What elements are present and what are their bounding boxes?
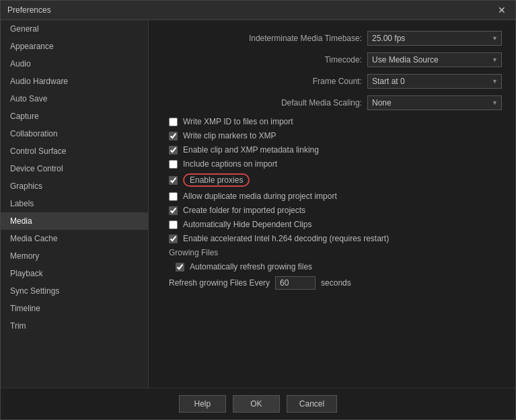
sidebar-item-sync-settings[interactable]: Sync Settings <box>1 282 148 300</box>
title-bar: Preferences ✕ <box>1 1 515 20</box>
cancel-button[interactable]: Cancel <box>287 395 337 413</box>
auto-refresh-checkbox[interactable] <box>176 263 184 271</box>
label-default-media-scaling: Default Media Scaling: <box>281 98 362 108</box>
sidebar-item-playback[interactable]: Playback <box>1 265 148 282</box>
select-default-media-scaling[interactable]: NoneSet to Frame SizeSet to Frame Size <box>367 95 502 110</box>
footer: Help OK Cancel <box>1 388 515 419</box>
checkbox-enable-proxies[interactable] <box>169 176 178 185</box>
checkbox-row-enable-proxies: Enable proxies <box>162 173 502 187</box>
select-timecode[interactable]: Use Media Source00:00:00:0001:00:00:00 <box>367 52 502 67</box>
checkbox-enable-accelerated-intel[interactable] <box>169 235 178 243</box>
sidebar-item-trim[interactable]: Trim <box>1 317 148 335</box>
label-frame-count: Frame Count: <box>313 77 362 86</box>
refresh-interval-input[interactable] <box>275 276 316 290</box>
sidebar-item-media-cache[interactable]: Media Cache <box>1 230 148 247</box>
sidebar-item-memory[interactable]: Memory <box>1 247 148 265</box>
content-area: GeneralAppearanceAudioAudio HardwareAuto… <box>1 20 515 388</box>
checkbox-auto-hide-dependent[interactable] <box>169 220 178 229</box>
checkbox-create-folder[interactable] <box>169 206 178 215</box>
checkbox-row-create-folder: Create folder for imported projects <box>162 206 502 215</box>
sidebar-item-audio[interactable]: Audio <box>1 55 148 73</box>
preferences-dialog: Preferences ✕ GeneralAppearanceAudioAudi… <box>0 0 516 420</box>
label-indeterminate-media-timebase: Indeterminate Media Timebase: <box>249 34 362 43</box>
sidebar-item-general[interactable]: General <box>1 20 148 38</box>
sidebar-item-labels[interactable]: Labels <box>1 195 148 212</box>
form-row-frame-count: Frame Count:Start at 0Start at 1 <box>162 74 502 89</box>
sidebar-item-control-surface[interactable]: Control Surface <box>1 142 148 160</box>
refresh-interval-row: Refresh growing Files Everyseconds <box>169 276 502 290</box>
refresh-interval-suffix: seconds <box>321 278 351 288</box>
select-frame-count[interactable]: Start at 0Start at 1 <box>367 74 502 89</box>
checkbox-row-auto-hide-dependent: Automatically Hide Dependent Clips <box>162 220 502 229</box>
checkbox-row-write-xmp-id: Write XMP ID to files on import <box>162 117 502 126</box>
form-row-indeterminate-media-timebase: Indeterminate Media Timebase:23.976 fps2… <box>162 31 502 46</box>
sidebar-item-device-control[interactable]: Device Control <box>1 160 148 177</box>
checkbox-label-enable-clip-xmp: Enable clip and XMP metadata linking <box>183 145 319 155</box>
checkbox-write-clip-markers[interactable] <box>169 132 178 140</box>
checkbox-row-allow-duplicate-media: Allow duplicate media during project imp… <box>162 192 502 201</box>
auto-refresh-row: Automatically refresh growing files <box>169 262 502 271</box>
dialog-title: Preferences <box>7 5 51 15</box>
checkbox-write-xmp-id[interactable] <box>169 118 178 126</box>
ok-button[interactable]: OK <box>233 395 280 413</box>
sidebar-item-collaboration[interactable]: Collaboration <box>1 125 148 142</box>
checkbox-allow-duplicate-media[interactable] <box>169 192 178 201</box>
checkbox-label-write-clip-markers: Write clip markers to XMP <box>183 131 276 140</box>
checkbox-row-write-clip-markers: Write clip markers to XMP <box>162 131 502 140</box>
label-timecode: Timecode: <box>324 55 362 65</box>
checkbox-label-create-folder: Create folder for imported projects <box>183 206 305 215</box>
refresh-interval-prefix: Refresh growing Files Every <box>169 278 270 288</box>
checkbox-label-enable-accelerated-intel: Enable accelerated Intel h.264 decoding … <box>183 234 389 243</box>
sidebar-item-media[interactable]: Media <box>1 212 148 230</box>
sidebar-item-graphics[interactable]: Graphics <box>1 177 148 195</box>
auto-refresh-label: Automatically refresh growing files <box>190 262 312 271</box>
checkbox-include-captions[interactable] <box>169 160 178 169</box>
form-row-default-media-scaling: Default Media Scaling:NoneSet to Frame S… <box>162 95 502 110</box>
checkbox-row-enable-clip-xmp: Enable clip and XMP metadata linking <box>162 145 502 155</box>
checkbox-row-enable-accelerated-intel: Enable accelerated Intel h.264 decoding … <box>162 234 502 243</box>
sidebar-item-capture[interactable]: Capture <box>1 108 148 125</box>
growing-files-title: Growing Files <box>169 248 502 257</box>
checkbox-enable-clip-xmp[interactable] <box>169 146 178 155</box>
help-button[interactable]: Help <box>179 395 226 413</box>
checkbox-label-auto-hide-dependent: Automatically Hide Dependent Clips <box>183 220 311 229</box>
checkbox-label-enable-proxies: Enable proxies <box>183 173 250 187</box>
checkbox-label-allow-duplicate-media: Allow duplicate media during project imp… <box>183 192 337 201</box>
checkbox-label-include-captions: Include captions on import <box>183 159 277 169</box>
sidebar: GeneralAppearanceAudioAudio HardwareAuto… <box>1 20 149 388</box>
checkbox-row-include-captions: Include captions on import <box>162 159 502 169</box>
sidebar-item-timeline[interactable]: Timeline <box>1 300 148 317</box>
sidebar-item-audio-hardware[interactable]: Audio Hardware <box>1 73 148 90</box>
sidebar-item-auto-save[interactable]: Auto Save <box>1 90 148 108</box>
form-row-timecode: Timecode:Use Media Source00:00:00:0001:0… <box>162 52 502 67</box>
main-panel: Indeterminate Media Timebase:23.976 fps2… <box>149 20 515 388</box>
select-indeterminate-media-timebase[interactable]: 23.976 fps24 fps25.00 fps29.97 fps30 fps <box>367 31 502 46</box>
sidebar-item-appearance[interactable]: Appearance <box>1 38 148 55</box>
close-button[interactable]: ✕ <box>495 5 509 15</box>
checkbox-label-write-xmp-id: Write XMP ID to files on import <box>183 117 293 126</box>
